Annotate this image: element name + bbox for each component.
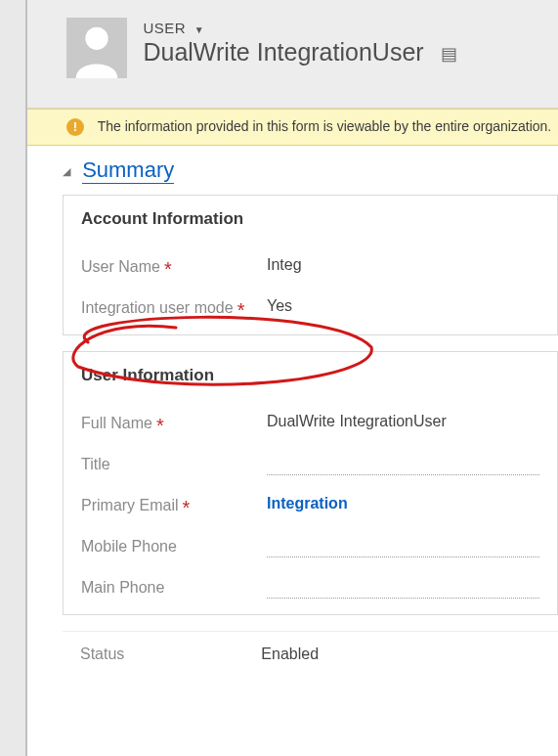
mobile-value[interactable] bbox=[267, 536, 539, 557]
entity-type-label: USER bbox=[143, 20, 186, 36]
record-title: DualWrite IntegrationUser ▤ bbox=[143, 38, 456, 67]
account-information-panel: Account Information User Name* Integ Int… bbox=[63, 195, 558, 335]
field-mobile-phone: Mobile Phone bbox=[81, 526, 539, 567]
field-primary-email: Primary Email* Integration bbox=[81, 485, 539, 526]
user-info-title: User Information bbox=[81, 366, 539, 385]
fullname-value[interactable]: DualWrite IntegrationUser bbox=[267, 413, 539, 434]
field-username: User Name* Integ bbox=[81, 246, 539, 288]
caret-down-icon: ▼ bbox=[194, 24, 204, 35]
required-icon: * bbox=[183, 497, 191, 518]
avatar bbox=[66, 18, 127, 78]
status-value: Enabled bbox=[261, 645, 319, 663]
mobile-label: Mobile Phone bbox=[81, 536, 267, 557]
user-information-panel: User Information Full Name* DualWrite In… bbox=[63, 351, 558, 615]
title-label: Title bbox=[81, 454, 267, 475]
email-label-text: Primary Email bbox=[81, 497, 179, 513]
summary-section-label: Summary bbox=[82, 157, 174, 184]
mainphone-value[interactable] bbox=[267, 577, 539, 599]
fullname-label-text: Full Name bbox=[81, 415, 152, 431]
field-title: Title bbox=[81, 444, 539, 485]
notification-text: The information provided in this form is… bbox=[98, 118, 552, 134]
mainphone-label: Main Phone bbox=[81, 577, 267, 599]
required-icon: * bbox=[237, 299, 245, 321]
warning-icon: ! bbox=[66, 118, 84, 136]
info-notification-bar: ! The information provided in this form … bbox=[27, 109, 558, 146]
username-label: User Name* bbox=[81, 256, 267, 278]
svg-point-1 bbox=[85, 27, 107, 50]
collapse-icon: ◢ bbox=[63, 165, 70, 178]
integration-mode-value[interactable]: Yes bbox=[267, 297, 539, 319]
email-label: Primary Email* bbox=[81, 495, 267, 516]
email-value[interactable]: Integration bbox=[267, 495, 539, 516]
field-main-phone: Main Phone bbox=[81, 567, 539, 608]
title-value[interactable] bbox=[267, 454, 539, 475]
record-title-text: DualWrite IntegrationUser bbox=[143, 38, 423, 66]
account-info-title: Account Information bbox=[81, 209, 539, 229]
integration-mode-label-text: Integration user mode bbox=[81, 299, 234, 316]
required-icon: * bbox=[156, 415, 164, 436]
username-label-text: User Name bbox=[81, 258, 160, 275]
entity-type-dropdown[interactable]: USER ▼ bbox=[143, 20, 456, 36]
record-header: USER ▼ DualWrite IntegrationUser ▤ bbox=[27, 0, 558, 109]
fullname-label: Full Name* bbox=[81, 413, 267, 434]
field-integration-user-mode: Integration user mode* Yes bbox=[81, 288, 539, 329]
username-value[interactable]: Integ bbox=[267, 256, 539, 278]
views-icon[interactable]: ▤ bbox=[441, 43, 457, 65]
status-label: Status bbox=[80, 645, 124, 663]
form-body: ◢ Summary Account Information User Name*… bbox=[27, 146, 558, 667]
left-gutter bbox=[0, 0, 27, 756]
summary-section-toggle[interactable]: ◢ Summary bbox=[63, 154, 558, 195]
integration-mode-label: Integration user mode* bbox=[81, 297, 267, 319]
required-icon: * bbox=[164, 258, 172, 280]
field-full-name: Full Name* DualWrite IntegrationUser bbox=[81, 403, 539, 444]
status-bar: Status Enabled bbox=[63, 631, 558, 667]
